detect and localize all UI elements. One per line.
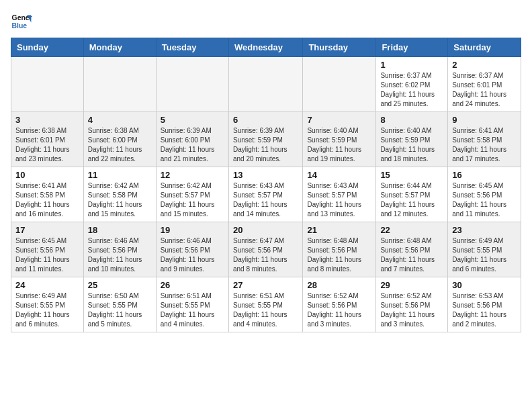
calendar-day-cell: 28Sunrise: 6:52 AM Sunset: 5:56 PM Dayli…	[303, 277, 376, 332]
day-number: 10	[15, 170, 79, 180]
day-number: 2	[452, 60, 517, 70]
day-info: Sunrise: 6:45 AM Sunset: 5:56 PM Dayligh…	[452, 181, 517, 219]
calendar-day-cell: 18Sunrise: 6:46 AM Sunset: 5:56 PM Dayli…	[83, 222, 156, 277]
calendar-day-cell: 17Sunrise: 6:45 AM Sunset: 5:56 PM Dayli…	[11, 222, 84, 277]
day-number: 26	[161, 280, 224, 290]
day-info: Sunrise: 6:46 AM Sunset: 5:56 PM Dayligh…	[161, 236, 224, 274]
svg-text:Blue: Blue	[12, 22, 28, 30]
day-number: 29	[380, 280, 443, 290]
day-number: 20	[233, 225, 298, 235]
weekday-header-cell: Saturday	[448, 38, 521, 57]
calendar-day-cell: 5Sunrise: 6:39 AM Sunset: 6:00 PM Daylig…	[156, 112, 228, 167]
day-info: Sunrise: 6:41 AM Sunset: 5:58 PM Dayligh…	[452, 126, 517, 164]
day-number: 3	[15, 115, 79, 125]
day-info: Sunrise: 6:39 AM Sunset: 6:00 PM Dayligh…	[161, 126, 224, 164]
day-info: Sunrise: 6:50 AM Sunset: 5:55 PM Dayligh…	[88, 291, 152, 329]
day-info: Sunrise: 6:48 AM Sunset: 5:56 PM Dayligh…	[307, 236, 371, 274]
day-number: 9	[452, 115, 517, 125]
day-number: 18	[88, 225, 152, 235]
day-info: Sunrise: 6:45 AM Sunset: 5:56 PM Dayligh…	[15, 236, 79, 274]
day-number: 14	[307, 170, 371, 180]
logo: General Blue	[11, 11, 32, 32]
day-number: 28	[307, 280, 371, 290]
calendar-day-cell: 10Sunrise: 6:41 AM Sunset: 5:58 PM Dayli…	[11, 167, 84, 222]
calendar-day-cell: 2Sunrise: 6:37 AM Sunset: 6:01 PM Daylig…	[448, 57, 521, 112]
calendar-body: 1Sunrise: 6:37 AM Sunset: 6:02 PM Daylig…	[11, 57, 521, 332]
calendar-day-cell: 3Sunrise: 6:38 AM Sunset: 6:01 PM Daylig…	[11, 112, 84, 167]
day-number: 30	[452, 280, 517, 290]
weekday-header-cell: Friday	[376, 38, 448, 57]
logo-icon: General Blue	[11, 11, 32, 32]
day-info: Sunrise: 6:52 AM Sunset: 5:56 PM Dayligh…	[307, 291, 371, 329]
calendar-week-row: 3Sunrise: 6:38 AM Sunset: 6:01 PM Daylig…	[11, 112, 521, 167]
day-number: 22	[380, 225, 443, 235]
calendar-day-cell: 24Sunrise: 6:49 AM Sunset: 5:55 PM Dayli…	[11, 277, 84, 332]
calendar-week-row: 1Sunrise: 6:37 AM Sunset: 6:02 PM Daylig…	[11, 57, 521, 112]
day-info: Sunrise: 6:42 AM Sunset: 5:57 PM Dayligh…	[161, 181, 224, 219]
day-number: 27	[233, 280, 298, 290]
day-info: Sunrise: 6:51 AM Sunset: 5:55 PM Dayligh…	[233, 291, 298, 329]
calendar-day-cell: 29Sunrise: 6:52 AM Sunset: 5:56 PM Dayli…	[376, 277, 448, 332]
day-info: Sunrise: 6:39 AM Sunset: 5:59 PM Dayligh…	[233, 126, 298, 164]
calendar-day-cell: 11Sunrise: 6:42 AM Sunset: 5:58 PM Dayli…	[83, 167, 156, 222]
day-info: Sunrise: 6:52 AM Sunset: 5:56 PM Dayligh…	[380, 291, 443, 329]
day-info: Sunrise: 6:49 AM Sunset: 5:55 PM Dayligh…	[452, 236, 517, 274]
day-number: 1	[380, 60, 443, 70]
calendar-day-cell: 20Sunrise: 6:47 AM Sunset: 5:56 PM Dayli…	[228, 222, 302, 277]
day-number: 12	[161, 170, 224, 180]
calendar-day-cell: 21Sunrise: 6:48 AM Sunset: 5:56 PM Dayli…	[303, 222, 376, 277]
calendar-week-row: 24Sunrise: 6:49 AM Sunset: 5:55 PM Dayli…	[11, 277, 521, 332]
day-info: Sunrise: 6:42 AM Sunset: 5:58 PM Dayligh…	[88, 181, 152, 219]
day-number: 5	[161, 115, 224, 125]
calendar-day-cell	[83, 57, 156, 112]
calendar-week-row: 17Sunrise: 6:45 AM Sunset: 5:56 PM Dayli…	[11, 222, 521, 277]
calendar-day-cell: 15Sunrise: 6:44 AM Sunset: 5:57 PM Dayli…	[376, 167, 448, 222]
day-number: 4	[88, 115, 152, 125]
calendar-day-cell: 12Sunrise: 6:42 AM Sunset: 5:57 PM Dayli…	[156, 167, 228, 222]
weekday-header-cell: Sunday	[11, 38, 84, 57]
day-number: 7	[307, 115, 371, 125]
day-number: 8	[380, 115, 443, 125]
day-info: Sunrise: 6:38 AM Sunset: 6:00 PM Dayligh…	[88, 126, 152, 164]
calendar-day-cell: 6Sunrise: 6:39 AM Sunset: 5:59 PM Daylig…	[228, 112, 302, 167]
day-info: Sunrise: 6:43 AM Sunset: 5:57 PM Dayligh…	[233, 181, 298, 219]
calendar-day-cell: 14Sunrise: 6:43 AM Sunset: 5:57 PM Dayli…	[303, 167, 376, 222]
day-info: Sunrise: 6:53 AM Sunset: 5:56 PM Dayligh…	[452, 291, 517, 329]
day-info: Sunrise: 6:44 AM Sunset: 5:57 PM Dayligh…	[380, 181, 443, 219]
calendar-day-cell	[228, 57, 302, 112]
day-info: Sunrise: 6:40 AM Sunset: 5:59 PM Dayligh…	[380, 126, 443, 164]
day-number: 17	[15, 225, 79, 235]
day-number: 13	[233, 170, 298, 180]
calendar-day-cell: 19Sunrise: 6:46 AM Sunset: 5:56 PM Dayli…	[156, 222, 228, 277]
calendar-day-cell: 30Sunrise: 6:53 AM Sunset: 5:56 PM Dayli…	[448, 277, 521, 332]
calendar-week-row: 10Sunrise: 6:41 AM Sunset: 5:58 PM Dayli…	[11, 167, 521, 222]
calendar-day-cell: 27Sunrise: 6:51 AM Sunset: 5:55 PM Dayli…	[228, 277, 302, 332]
day-number: 11	[88, 170, 152, 180]
day-info: Sunrise: 6:38 AM Sunset: 6:01 PM Dayligh…	[15, 126, 79, 164]
day-info: Sunrise: 6:37 AM Sunset: 6:02 PM Dayligh…	[380, 71, 443, 109]
day-info: Sunrise: 6:43 AM Sunset: 5:57 PM Dayligh…	[307, 181, 371, 219]
day-info: Sunrise: 6:48 AM Sunset: 5:56 PM Dayligh…	[380, 236, 443, 274]
weekday-header-cell: Thursday	[303, 38, 376, 57]
day-number: 15	[380, 170, 443, 180]
weekday-header-row: SundayMondayTuesdayWednesdayThursdayFrid…	[11, 38, 521, 57]
day-number: 19	[161, 225, 224, 235]
day-info: Sunrise: 6:37 AM Sunset: 6:01 PM Dayligh…	[452, 71, 517, 109]
day-info: Sunrise: 6:47 AM Sunset: 5:56 PM Dayligh…	[233, 236, 298, 274]
calendar-day-cell: 7Sunrise: 6:40 AM Sunset: 5:59 PM Daylig…	[303, 112, 376, 167]
calendar-day-cell	[11, 57, 84, 112]
calendar-day-cell: 26Sunrise: 6:51 AM Sunset: 5:55 PM Dayli…	[156, 277, 228, 332]
weekday-header-cell: Tuesday	[156, 38, 228, 57]
calendar-day-cell: 9Sunrise: 6:41 AM Sunset: 5:58 PM Daylig…	[448, 112, 521, 167]
calendar-day-cell: 16Sunrise: 6:45 AM Sunset: 5:56 PM Dayli…	[448, 167, 521, 222]
calendar-day-cell: 23Sunrise: 6:49 AM Sunset: 5:55 PM Dayli…	[448, 222, 521, 277]
calendar-table: SundayMondayTuesdayWednesdayThursdayFrid…	[11, 38, 521, 332]
page-header: General Blue	[11, 11, 521, 32]
day-number: 21	[307, 225, 371, 235]
calendar-day-cell: 4Sunrise: 6:38 AM Sunset: 6:00 PM Daylig…	[83, 112, 156, 167]
day-number: 25	[88, 280, 152, 290]
day-info: Sunrise: 6:49 AM Sunset: 5:55 PM Dayligh…	[15, 291, 79, 329]
calendar-day-cell: 22Sunrise: 6:48 AM Sunset: 5:56 PM Dayli…	[376, 222, 448, 277]
day-number: 16	[452, 170, 517, 180]
calendar-day-cell: 25Sunrise: 6:50 AM Sunset: 5:55 PM Dayli…	[83, 277, 156, 332]
